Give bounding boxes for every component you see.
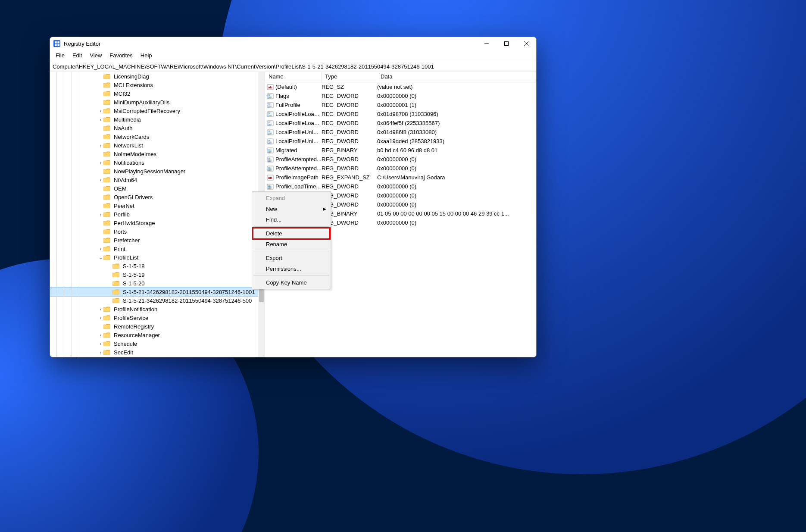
tree-node[interactable]: MiniDumpAuxiliaryDlls: [50, 98, 265, 106]
key-tree[interactable]: LicensingDiagMCI ExtensionsMCI32MiniDump…: [50, 72, 265, 357]
tree-node[interactable]: OEM: [50, 184, 265, 193]
expand-twisty[interactable]: ›: [97, 350, 103, 355]
expand-twisty[interactable]: ›: [97, 160, 103, 165]
close-button[interactable]: [516, 37, 536, 50]
expand-twisty[interactable]: ›: [97, 341, 103, 346]
tree-node[interactable]: ⌄ProfileList: [50, 253, 265, 262]
tree-node-label: Notifications: [113, 160, 145, 166]
expand-twisty[interactable]: ›: [97, 212, 103, 217]
tree-node[interactable]: PeerNet: [50, 201, 265, 210]
context-menu-copy-key-name[interactable]: Copy Key Name: [253, 277, 330, 288]
tree-node[interactable]: ›Print: [50, 244, 265, 253]
menu-help[interactable]: Help: [137, 51, 156, 59]
address-bar[interactable]: Computer\HKEY_LOCAL_MACHINE\SOFTWARE\Mic…: [50, 61, 536, 72]
minimize-button[interactable]: [477, 37, 497, 50]
tree-node[interactable]: ›NetworkList: [50, 141, 265, 150]
tree-node[interactable]: NaAuth: [50, 124, 265, 132]
tree-node[interactable]: S-1-5-19: [50, 270, 265, 279]
tree-scrollbar-thumb[interactable]: [259, 288, 264, 302]
folder-icon: [103, 332, 110, 338]
tree-node[interactable]: LicensingDiag: [50, 72, 265, 81]
tree-node-label: ProfileNotification: [113, 306, 158, 313]
tree-node[interactable]: OpenGLDrivers: [50, 193, 265, 201]
context-menu-delete[interactable]: Delete: [253, 228, 330, 239]
tree-node[interactable]: ›Multimedia: [50, 115, 265, 124]
folder-icon: [103, 82, 110, 88]
expand-twisty[interactable]: ›: [97, 143, 103, 148]
tree-node[interactable]: S-1-5-21-3426298182-2011550494-328751246…: [50, 288, 265, 296]
column-header-name[interactable]: Name: [265, 72, 322, 82]
value-row[interactable]: 011110ProfileLoadTime...REG_DWORD0x00000…: [265, 182, 536, 191]
submenu-arrow-icon: ▶: [323, 207, 326, 211]
tree-node[interactable]: S-1-5-21-3426298182-2011550494-328751246…: [50, 296, 265, 305]
context-menu-find[interactable]: Find...: [253, 214, 330, 225]
tree-node[interactable]: NoImeModeImes: [50, 150, 265, 158]
tree-node[interactable]: ›MsiCorruptedFileRecovery: [50, 106, 265, 115]
column-header-data[interactable]: Data: [377, 72, 536, 82]
context-menu-export[interactable]: Export: [253, 253, 330, 263]
tree-node[interactable]: Prefetcher: [50, 236, 265, 244]
expand-twisty[interactable]: ›: [97, 117, 103, 122]
tree-node[interactable]: ›ProfileNotification: [50, 305, 265, 313]
tree-node-label: Multimedia: [113, 116, 142, 123]
title-bar[interactable]: Registry Editor: [50, 37, 536, 50]
expand-twisty[interactable]: ›: [97, 246, 103, 251]
tree-node[interactable]: ›SecEdit: [50, 348, 265, 357]
tree-node[interactable]: S-1-5-18: [50, 262, 265, 270]
value-row[interactable]: 011110LocalProfileLoad...REG_DWORD0x864f…: [265, 119, 536, 128]
tree-node[interactable]: NetworkCards: [50, 132, 265, 141]
menu-favorites[interactable]: Favorites: [106, 51, 136, 59]
value-row[interactable]: 011110ProfileAttempted...REG_DWORD0x0000…: [265, 164, 536, 173]
tree-node[interactable]: Ports: [50, 227, 265, 236]
value-row[interactable]: 011110LocalProfileUnloa...REG_DWORD0xaa1…: [265, 137, 536, 146]
value-row[interactable]: abProfileImagePathREG_EXPAND_SZC:\Users\…: [265, 173, 536, 182]
expand-twisty[interactable]: ›: [97, 177, 103, 182]
tree-node[interactable]: S-1-5-20: [50, 279, 265, 288]
value-row[interactable]: 011110MigratedREG_BINARYb0 bd c4 60 96 d…: [265, 146, 536, 155]
expand-twisty[interactable]: ⌄: [97, 255, 103, 260]
folder-icon: [103, 185, 110, 191]
menu-edit[interactable]: Edit: [69, 51, 86, 59]
binary-value-icon: 011110: [267, 147, 274, 154]
folder-icon: [103, 91, 110, 97]
tree-node[interactable]: ›ProfileService: [50, 313, 265, 322]
expand-twisty[interactable]: ›: [97, 307, 103, 312]
tree-node[interactable]: ›Perflib: [50, 210, 265, 219]
value-row[interactable]: 011110ProfileAttempted...REG_DWORD0x0000…: [265, 155, 536, 164]
context-menu-new[interactable]: New▶: [253, 203, 330, 214]
value-data: 0x00000000 (0): [377, 165, 536, 172]
value-row[interactable]: 011110LocalProfileLoad...REG_DWORD0x01d9…: [265, 110, 536, 119]
context-menu-rename[interactable]: Rename: [253, 239, 330, 250]
expand-twisty[interactable]: ›: [97, 108, 103, 113]
tree-node[interactable]: ›ResourceManager: [50, 331, 265, 339]
tree-node[interactable]: ›NtVdm64: [50, 175, 265, 184]
value-row[interactable]: ab(Default)REG_SZ(value not set): [265, 82, 536, 91]
value-name: LocalProfileUnloa...: [275, 129, 322, 135]
column-header-type[interactable]: Type: [322, 72, 377, 82]
tree-node[interactable]: NowPlayingSessionManager: [50, 167, 265, 175]
value-row[interactable]: 011110FullProfileREG_DWORD0x00000001 (1): [265, 100, 536, 110]
tree-node[interactable]: MCI32: [50, 89, 265, 98]
svg-text:110: 110: [268, 160, 272, 162]
value-row[interactable]: 011110FlagsREG_DWORD0x00000000 (0): [265, 91, 536, 100]
menu-file[interactable]: File: [52, 51, 69, 59]
context-menu-permissions[interactable]: Permissions...: [253, 263, 330, 274]
tree-node-label: PeerNet: [113, 203, 135, 209]
binary-value-icon: 011110: [267, 183, 274, 190]
svg-text:110: 110: [268, 96, 272, 99]
tree-node[interactable]: MCI Extensions: [50, 81, 265, 89]
tree-node-label: LicensingDiag: [113, 73, 150, 80]
tree-node[interactable]: ›Notifications: [50, 158, 265, 167]
menu-view[interactable]: View: [86, 51, 106, 59]
value-row[interactable]: 011110LocalProfileUnloa...REG_DWORD0x01d…: [265, 128, 536, 137]
svg-text:110: 110: [268, 105, 272, 108]
expand-twisty[interactable]: ›: [97, 332, 103, 338]
expand-twisty[interactable]: ›: [97, 315, 103, 320]
tree-node-label: S-1-5-20: [122, 280, 146, 287]
tree-node[interactable]: RemoteRegistry: [50, 322, 265, 331]
values-header[interactable]: Name Type Data: [265, 72, 536, 82]
tree-node[interactable]: ›Schedule: [50, 339, 265, 348]
tree-node-label: OEM: [113, 185, 128, 192]
maximize-button[interactable]: [497, 37, 516, 50]
tree-node[interactable]: PerHwIdStorage: [50, 219, 265, 227]
